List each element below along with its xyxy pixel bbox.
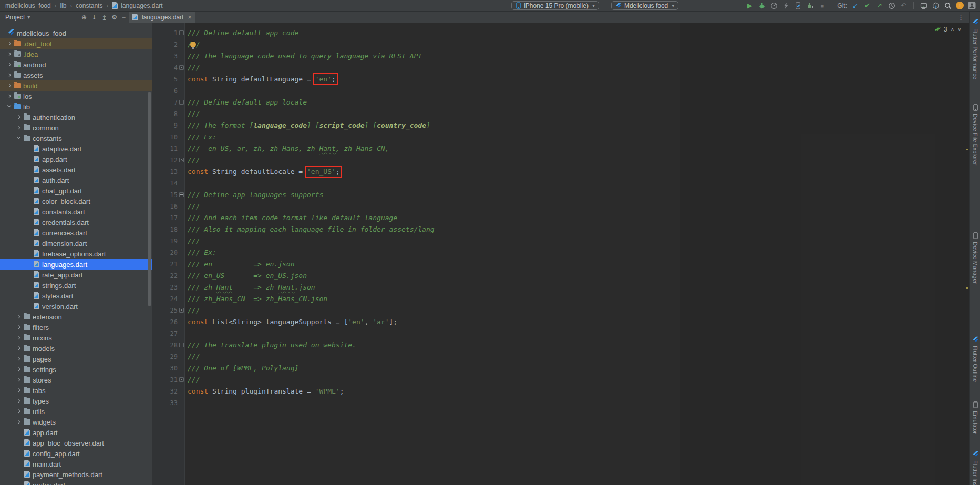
project-panel-title[interactable]: Project: [5, 14, 25, 21]
code-editor[interactable]: 1/// Define default app code2///3/// The…: [152, 23, 969, 485]
tree-item-firebase_options.dart[interactable]: firebase_options.dart: [0, 249, 152, 259]
tree-item-android[interactable]: android: [0, 59, 152, 70]
code-line-24[interactable]: 24/// zh_Hans_CN => zh_Hans_CN.json: [152, 293, 969, 305]
breadcrumb-file[interactable]: languages.dart: [112, 2, 162, 9]
tree-item-widgets[interactable]: widgets: [0, 417, 152, 427]
collapse-all-button[interactable]: ↧: [101, 14, 107, 21]
fold-start-icon[interactable]: [179, 100, 184, 105]
breadcrumb-project[interactable]: mdelicious_food: [5, 2, 51, 9]
fold-end-icon[interactable]: [179, 158, 184, 162]
tree-item-assets[interactable]: assets: [0, 70, 152, 80]
code-line-9[interactable]: 9/// The format [language_code]_[script_…: [152, 120, 969, 131]
code-line-10[interactable]: 10/// Ex:: [152, 131, 969, 143]
tool-window-button-device-manager[interactable]: Device Manager: [970, 232, 980, 284]
tree-item-rate_app.dart[interactable]: rate_app.dart: [0, 270, 152, 280]
tree-item-languages.dart[interactable]: languages.dart: [0, 259, 152, 270]
intention-bulb-icon[interactable]: [190, 42, 196, 47]
device-selector[interactable]: iPhone 15 Pro (mobile) ▾: [511, 1, 599, 10]
chevron-right-icon[interactable]: [15, 113, 23, 121]
panel-settings-gear-icon[interactable]: ⚙: [111, 14, 117, 21]
git-rollback-button[interactable]: ↶: [898, 1, 910, 11]
chevron-right-icon[interactable]: [15, 376, 23, 384]
chevron-right-icon[interactable]: [5, 71, 14, 79]
code-line-4[interactable]: 4///: [152, 62, 969, 74]
tree-item-strings.dart[interactable]: strings.dart: [0, 280, 152, 291]
tree-item-chat_gpt.dart[interactable]: chat_gpt.dart: [0, 185, 152, 196]
chevron-right-icon[interactable]: [5, 39, 14, 48]
tree-item-pages[interactable]: pages: [0, 354, 152, 364]
code-line-33[interactable]: 33: [152, 397, 969, 409]
chevron-right-icon[interactable]: [15, 407, 23, 416]
code-line-27[interactable]: 27: [152, 328, 969, 339]
code-line-23[interactable]: 23/// zh_Hant => zh_Hant.json: [152, 282, 969, 293]
code-line-13[interactable]: 13const String defaultLocale = 'en_US';: [152, 166, 969, 178]
hot-reload-lightning-icon[interactable]: [780, 1, 792, 11]
code-line-25[interactable]: 25///: [152, 305, 969, 316]
sdk-manager-button[interactable]: [930, 1, 942, 11]
chevron-right-icon[interactable]: [15, 313, 23, 321]
profiler-button[interactable]: [768, 1, 780, 11]
tool-window-button-flutter-inspector[interactable]: Flutter Inspector: [970, 451, 980, 485]
chevron-right-icon[interactable]: [15, 123, 23, 132]
tree-item-extension[interactable]: extension: [0, 312, 152, 322]
code-line-11[interactable]: 11/// en_US, ar, zh, zh_Hans, zh_Hant, z…: [152, 143, 969, 154]
tree-item-routes.dart[interactable]: routes.dart: [0, 480, 152, 485]
git-commit-button[interactable]: ✔: [861, 1, 873, 11]
chevron-down-icon[interactable]: [15, 134, 23, 142]
code-line-15[interactable]: 15/// Define app languages supports: [152, 189, 969, 201]
code-line-5[interactable]: 5const String defaultLanguage = 'en';: [152, 74, 969, 85]
chevron-right-icon[interactable]: [5, 92, 14, 100]
chevron-right-icon[interactable]: [15, 323, 23, 332]
chevron-right-icon[interactable]: [15, 334, 23, 342]
code-line-8[interactable]: 8///: [152, 108, 969, 120]
tab-options-icon[interactable]: ⋮: [957, 13, 964, 21]
tree-item-credentials.dart[interactable]: credentials.dart: [0, 217, 152, 228]
locate-file-button[interactable]: ⊕: [81, 14, 87, 21]
code-line-6[interactable]: 6: [152, 85, 969, 97]
tree-item-constants[interactable]: constants: [0, 133, 152, 143]
fold-end-icon[interactable]: [179, 65, 184, 70]
code-line-3[interactable]: 3/// The language code used to query lan…: [152, 50, 969, 62]
fold-end-icon[interactable]: [179, 308, 184, 313]
code-line-1[interactable]: 1/// Define default app code: [152, 27, 969, 39]
code-line-28[interactable]: 28/// The translate plugin used on websi…: [152, 339, 969, 351]
tree-item-models[interactable]: models: [0, 343, 152, 354]
fold-start-icon[interactable]: [179, 30, 184, 35]
fold-start-icon[interactable]: [179, 343, 184, 347]
tree-item-constants.dart[interactable]: constants.dart: [0, 207, 152, 217]
breadcrumb-lib[interactable]: lib: [60, 2, 66, 9]
code-line-21[interactable]: 21/// en => en.json: [152, 259, 969, 270]
tree-item-app.dart[interactable]: app.dart: [0, 154, 152, 164]
tree-item-mixins[interactable]: mixins: [0, 333, 152, 343]
tool-window-button-flutter-performance[interactable]: Flutter Performance: [970, 19, 980, 79]
fold-end-icon[interactable]: [179, 377, 184, 382]
breadcrumb-constants[interactable]: constants: [76, 2, 102, 9]
chevron-right-icon[interactable]: [5, 60, 14, 69]
tree-item-payment_methods.dart[interactable]: payment_methods.dart: [0, 469, 152, 480]
debug-button[interactable]: [756, 1, 768, 11]
code-line-20[interactable]: 20/// Ex:: [152, 247, 969, 259]
tree-item-types[interactable]: types: [0, 396, 152, 406]
chevron-right-icon[interactable]: [15, 386, 23, 395]
tree-item-app.dart[interactable]: app.dart: [0, 427, 152, 438]
tree-item-main.dart[interactable]: main.dart: [0, 459, 152, 469]
tree-item-tabs[interactable]: tabs: [0, 385, 152, 396]
tree-item-app_bloc_observer.dart[interactable]: app_bloc_observer.dart: [0, 438, 152, 448]
tree-item-dimension.dart[interactable]: dimension.dart: [0, 238, 152, 249]
tree-item-.idea[interactable]: .idea: [0, 49, 152, 59]
code-line-29[interactable]: 29///: [152, 351, 969, 363]
tree-item-version.dart[interactable]: version.dart: [0, 301, 152, 312]
chevron-right-icon[interactable]: [15, 355, 23, 363]
tree-item-ios[interactable]: ios: [0, 91, 152, 101]
tree-item-.dart_tool[interactable]: .dart_tool: [0, 38, 152, 49]
tree-item-build[interactable]: build: [0, 80, 152, 91]
expand-all-button[interactable]: ↧: [91, 14, 97, 21]
code-line-30[interactable]: 30/// One of [WPML, Polylang]: [152, 363, 969, 374]
tree-item-auth.dart[interactable]: auth.dart: [0, 175, 152, 185]
chevron-right-icon[interactable]: [15, 418, 23, 426]
tree-item-currencies.dart[interactable]: currencies.dart: [0, 228, 152, 238]
tree-item-utils[interactable]: utils: [0, 406, 152, 417]
chevron-right-icon[interactable]: [15, 344, 23, 353]
warning-stripe-mark[interactable]: [966, 287, 968, 289]
tab-languages-dart[interactable]: languages.dart ×: [129, 12, 195, 23]
